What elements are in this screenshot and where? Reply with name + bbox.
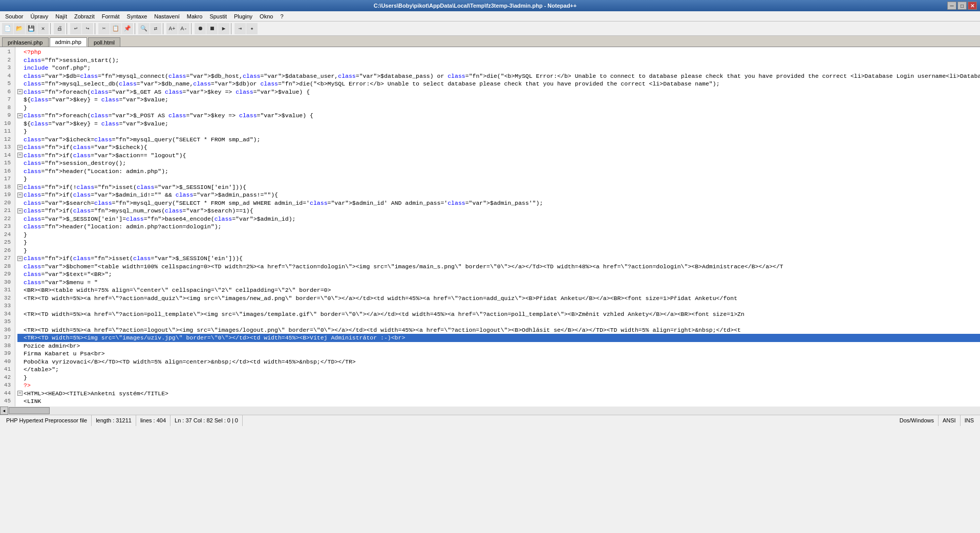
fold-marker-27[interactable]: − bbox=[17, 256, 23, 261]
new-button[interactable]: 📄 bbox=[2, 23, 13, 34]
separator-1 bbox=[50, 23, 52, 34]
scrollbar-h-track[interactable] bbox=[8, 407, 980, 415]
code-line-36: <TR><TD width=5%><a href=\"?action=logou… bbox=[17, 326, 980, 334]
code-line-25: } bbox=[17, 239, 980, 247]
menu-okno[interactable]: Okno bbox=[257, 12, 276, 20]
close-button[interactable]: ✕ bbox=[968, 2, 977, 10]
code-line-26: } bbox=[17, 247, 980, 255]
code-content-38: Pozice admin<br> bbox=[24, 342, 80, 350]
line-number-1: 1 bbox=[2, 48, 13, 56]
scrollbar-h-thumb[interactable] bbox=[9, 407, 50, 414]
fold-marker-18[interactable]: − bbox=[17, 184, 23, 189]
menu-upravy[interactable]: Úpravy bbox=[27, 12, 51, 20]
toolbar: 📄 📂 💾 ✕ 🖨 ↩ ↪ ✂ 📋 📌 🔍 ⇄ A+ A- ⏺ ⏹ ▶ ⇥ ✦ bbox=[0, 22, 980, 36]
tab-admin[interactable]: admin.php bbox=[50, 37, 87, 47]
find-button[interactable]: 🔍 bbox=[138, 23, 150, 34]
separator-4 bbox=[135, 23, 137, 34]
paste-button[interactable]: 📌 bbox=[122, 23, 133, 34]
menu-makro[interactable]: Makro bbox=[184, 12, 206, 20]
line-number-23: 23 bbox=[2, 223, 13, 231]
syntax-highlight-button[interactable]: ✦ bbox=[246, 23, 258, 34]
line-number-26: 26 bbox=[2, 247, 13, 255]
fold-marker-44[interactable]: − bbox=[17, 391, 23, 396]
code-line-44: −<HTML><HEAD><TITLE>Anketni systém</TITL… bbox=[17, 390, 980, 398]
undo-button[interactable]: ↩ bbox=[70, 23, 81, 34]
line-number-16: 16 bbox=[2, 167, 13, 176]
copy-button[interactable]: 📋 bbox=[110, 23, 121, 34]
zoom-in-button[interactable]: A+ bbox=[166, 23, 178, 34]
code-line-14: −class="fn">if(class="var">$action== "lo… bbox=[17, 152, 980, 160]
replace-button[interactable]: ⇄ bbox=[150, 23, 161, 34]
fold-marker-21[interactable]: − bbox=[17, 208, 23, 214]
fold-marker-19[interactable]: − bbox=[17, 193, 23, 198]
code-content-32: <TR><TD width=5%><a href=\"?action=add_q… bbox=[24, 294, 737, 303]
code-content-18: class="fn">if(!class="fn">isset(class="v… bbox=[24, 183, 246, 191]
editor-main: 1234567891011121314151617181920212223242… bbox=[0, 47, 980, 415]
minimize-button[interactable]: ─ bbox=[947, 2, 956, 10]
line-number-36: 36 bbox=[2, 326, 13, 334]
play-macro-button[interactable]: ▶ bbox=[218, 23, 229, 34]
code-line-43: ?> bbox=[17, 381, 980, 390]
status-length: length : 31211 bbox=[92, 415, 136, 426]
line-number-11: 11 bbox=[2, 127, 13, 136]
stop-macro-button[interactable]: ⏹ bbox=[206, 23, 218, 34]
indent-button[interactable]: ⇥ bbox=[235, 23, 246, 34]
code-line-12: class="var">$icheck=class="fn">mysql_que… bbox=[17, 136, 980, 144]
code-line-31: <BR><BR><table width=75% align=\"center\… bbox=[17, 286, 980, 294]
status-insert-mode: INS bbox=[961, 415, 978, 426]
status-bar: PHP Hypertext Preprocessor file length :… bbox=[0, 415, 980, 426]
code-line-20: class="var">$search=class="fn">mysql_que… bbox=[17, 199, 980, 207]
line-number-24: 24 bbox=[2, 231, 13, 239]
fold-marker-13[interactable]: − bbox=[17, 145, 23, 150]
save-button[interactable]: 💾 bbox=[26, 23, 37, 34]
code-content-20: class="var">$search=class="fn">mysql_que… bbox=[24, 199, 543, 207]
menu-format[interactable]: Formát bbox=[99, 12, 123, 20]
code-line-39: Firma Kabaret u Psa<br> bbox=[17, 350, 980, 358]
fold-marker-14[interactable]: − bbox=[17, 153, 23, 158]
scroll-left-button[interactable]: ◄ bbox=[0, 407, 8, 415]
code-line-35 bbox=[17, 318, 980, 326]
code-line-21: −class="fn">if(class="fn">mysql_num_rows… bbox=[17, 207, 980, 215]
line-number-21: 21 bbox=[2, 207, 13, 215]
redo-button[interactable]: ↪ bbox=[82, 23, 93, 34]
menu-syntaxe[interactable]: Syntaxe bbox=[124, 12, 151, 20]
status-position: Ln : 37 Col : 82 Sel : 0 | 0 bbox=[171, 415, 243, 426]
scrollbar-horizontal[interactable]: ◄ ► bbox=[0, 407, 980, 415]
code-content-34: <TR><TD width=5%><a href=\"?action=poll_… bbox=[24, 310, 744, 318]
code-line-45: <LINK bbox=[17, 397, 980, 406]
code-line-16: class="fn">header("Location: admin.php")… bbox=[17, 167, 980, 176]
code-line-17: } bbox=[17, 175, 980, 183]
line-number-7: 7 bbox=[2, 96, 13, 104]
menu-najit[interactable]: Najít bbox=[52, 12, 70, 20]
tab-poll[interactable]: poll.html bbox=[88, 37, 120, 47]
status-line-ending: Dos/Windows bbox=[896, 415, 939, 426]
line-number-35: 35 bbox=[2, 318, 13, 326]
code-content-19: class="fn">if(class="var">$admin_id!="" … bbox=[24, 191, 278, 199]
line-number-17: 17 bbox=[2, 175, 13, 183]
menu-help[interactable]: ? bbox=[277, 12, 286, 20]
menu-zobrazit[interactable]: Zobrazit bbox=[71, 12, 98, 20]
code-content-1: <?php bbox=[24, 48, 41, 56]
print-button[interactable]: 🖨 bbox=[54, 23, 65, 34]
code-area[interactable]: <?phpclass="fn">session_start();include … bbox=[15, 47, 980, 407]
code-line-40: Pobočka vyrizovaci</B></TD><TD width=5% … bbox=[17, 358, 980, 366]
tab-bar: prihlaseni.php admin.php poll.html bbox=[0, 36, 980, 47]
maximize-button[interactable]: □ bbox=[957, 2, 967, 10]
line-number-27: 27 bbox=[2, 254, 13, 263]
record-macro-button[interactable]: ⏺ bbox=[195, 23, 206, 34]
zoom-out-button[interactable]: A- bbox=[178, 23, 189, 34]
fold-marker-6[interactable]: − bbox=[17, 89, 23, 94]
code-line-8: } bbox=[17, 104, 980, 112]
fold-marker-9[interactable]: − bbox=[17, 113, 23, 118]
menu-spustit[interactable]: Spustit bbox=[206, 12, 230, 20]
menu-pluginy[interactable]: Pluginy bbox=[231, 12, 255, 20]
menu-nastaveni[interactable]: Nastavení bbox=[151, 12, 183, 20]
line-number-32: 32 bbox=[2, 294, 13, 303]
tab-prihlaseni[interactable]: prihlaseni.php bbox=[2, 37, 49, 47]
open-button[interactable]: 📂 bbox=[14, 23, 25, 34]
menu-soubor[interactable]: Soubor bbox=[2, 12, 26, 20]
code-content-45: <LINK bbox=[24, 397, 41, 406]
cut-button[interactable]: ✂ bbox=[98, 23, 110, 34]
close-file-button[interactable]: ✕ bbox=[37, 23, 49, 34]
code-line-30: class="var">$menu = " bbox=[17, 279, 980, 287]
